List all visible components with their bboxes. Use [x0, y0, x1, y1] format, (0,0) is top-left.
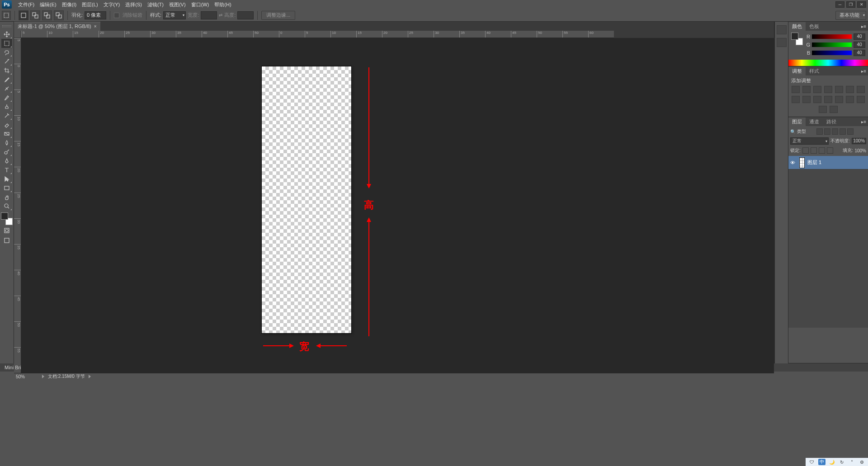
path-selection-tool[interactable]: [1, 174, 12, 184]
color-fgbg[interactable]: [791, 33, 803, 45]
rect-marquee-tool[interactable]: [1, 39, 12, 48]
adj-vibrance-icon[interactable]: [835, 86, 843, 93]
refine-edge-button[interactable]: 调整边缘...: [261, 11, 295, 20]
brush-tool[interactable]: [1, 93, 12, 102]
adj-invert-icon[interactable]: [835, 96, 843, 103]
clone-stamp-tool[interactable]: [1, 102, 12, 111]
layer-name[interactable]: 图层 1: [807, 159, 821, 166]
fg-swatch[interactable]: [791, 33, 798, 40]
document-tab[interactable]: 未标题-1 @ 50% (图层 1, RGB/8) ×: [14, 22, 100, 31]
menu-view[interactable]: 视图(V): [166, 0, 189, 9]
pen-tool[interactable]: [1, 156, 12, 165]
workspace-selector[interactable]: 基本功能: [835, 11, 866, 20]
filter-type-icon[interactable]: [832, 128, 838, 135]
selection-intersect-icon[interactable]: [54, 10, 64, 20]
move-tool[interactable]: [1, 30, 12, 39]
foreground-background-color[interactable]: [1, 212, 13, 225]
adj-colorbalance-icon[interactable]: [857, 86, 865, 93]
lock-position-icon[interactable]: [811, 147, 817, 154]
menu-window[interactable]: 窗口(W): [189, 0, 212, 9]
feather-input[interactable]: 0 像素: [85, 11, 106, 19]
tab-layers[interactable]: 图层: [788, 118, 806, 126]
panel-menu-icon[interactable]: ▸≡: [859, 119, 868, 124]
panel-menu-icon[interactable]: ▸≡: [859, 24, 868, 29]
menu-help[interactable]: 帮助(H): [212, 0, 234, 9]
horizontal-ruler[interactable]: 5101520253035404550051015202530354045505…: [21, 31, 614, 38]
dodge-tool[interactable]: [1, 147, 12, 156]
filter-adjust-icon[interactable]: [824, 128, 830, 135]
zoom-level[interactable]: 50%: [16, 374, 38, 379]
blend-mode-dropdown[interactable]: 正常: [790, 137, 829, 145]
adj-hue-icon[interactable]: [846, 86, 854, 93]
color-spectrum[interactable]: [788, 60, 868, 66]
tab-adjustments[interactable]: 调整: [788, 67, 806, 75]
hand-tool[interactable]: [1, 193, 12, 202]
close-tab-icon[interactable]: ×: [94, 24, 97, 29]
visibility-icon[interactable]: 👁: [790, 160, 797, 165]
style-dropdown[interactable]: 正常: [163, 11, 186, 19]
selection-add-icon[interactable]: [30, 10, 40, 20]
tool-preset-icon[interactable]: [2, 11, 11, 20]
adj-selectivecolor-icon[interactable]: [830, 106, 838, 113]
tray-shield-icon[interactable]: 🛡: [808, 459, 816, 465]
close-button[interactable]: ✕: [857, 1, 866, 8]
adj-bw-icon[interactable]: [792, 96, 800, 103]
quickmask-icon[interactable]: [1, 226, 12, 235]
properties-panel-icon[interactable]: [777, 38, 787, 47]
r-value[interactable]: 40: [854, 33, 865, 40]
eyedropper-tool[interactable]: [1, 75, 12, 84]
type-tool[interactable]: [1, 165, 12, 174]
eraser-tool[interactable]: [1, 120, 12, 129]
selection-subtract-icon[interactable]: [42, 10, 52, 20]
adj-photofilter-icon[interactable]: [802, 96, 811, 103]
tray-sync-icon[interactable]: ↻: [838, 459, 845, 465]
menu-filter[interactable]: 滤镜(T): [145, 0, 166, 9]
tray-chevron-icon[interactable]: ˄: [848, 459, 855, 465]
adj-posterize-icon[interactable]: [846, 96, 854, 103]
filter-search-icon[interactable]: 🔍: [790, 129, 796, 134]
menu-image[interactable]: 图像(I): [59, 0, 79, 9]
lock-pixels-icon[interactable]: [802, 147, 809, 154]
tab-channels[interactable]: 通道: [806, 118, 823, 126]
layer-item[interactable]: 👁 图层 1: [788, 156, 868, 169]
foreground-color-swatch[interactable]: [1, 212, 8, 220]
vertical-ruler[interactable]: 50510152025303540455055: [14, 38, 21, 373]
selection-new-icon[interactable]: [19, 10, 28, 20]
opacity-value[interactable]: 100%: [852, 138, 866, 144]
menu-file[interactable]: 文件(F): [15, 0, 37, 9]
adj-channelmixer-icon[interactable]: [813, 96, 821, 103]
tray-moon-icon[interactable]: 🌙: [828, 459, 835, 465]
status-arrow-icon[interactable]: [89, 375, 91, 378]
minimize-button[interactable]: ─: [835, 1, 844, 8]
rectangle-tool[interactable]: [1, 184, 12, 193]
filter-shape-icon[interactable]: [840, 128, 846, 135]
adj-threshold-icon[interactable]: [857, 96, 865, 103]
filter-smart-icon[interactable]: [847, 128, 854, 135]
b-value[interactable]: 40: [854, 50, 865, 56]
crop-tool[interactable]: [1, 66, 12, 75]
menu-type[interactable]: 文字(Y): [101, 0, 123, 9]
adj-curves-icon[interactable]: [813, 86, 821, 93]
tab-styles[interactable]: 样式: [806, 67, 823, 75]
fill-value[interactable]: 100%: [854, 148, 866, 153]
ime-indicator[interactable]: 中: [818, 459, 826, 465]
tray-gear-icon[interactable]: ⚙: [858, 459, 865, 465]
healing-brush-tool[interactable]: [1, 84, 12, 93]
lock-nested-icon[interactable]: [827, 147, 833, 154]
adj-colorlookup-icon[interactable]: [824, 96, 832, 103]
menu-select[interactable]: 选择(S): [123, 0, 145, 9]
filter-kind-dropdown[interactable]: 类型: [797, 128, 815, 135]
adj-exposure-icon[interactable]: [824, 86, 832, 93]
panel-grip[interactable]: [1, 24, 13, 28]
layer-thumbnail[interactable]: [799, 157, 805, 168]
b-slider[interactable]: [812, 51, 852, 55]
layer-list[interactable]: 👁 图层 1: [788, 156, 868, 328]
adj-brightness-icon[interactable]: [792, 86, 800, 93]
menu-layer[interactable]: 图层(L): [79, 0, 100, 9]
r-slider[interactable]: [812, 34, 852, 39]
lock-all-icon[interactable]: [819, 147, 825, 154]
gradient-tool[interactable]: [1, 129, 12, 138]
g-slider[interactable]: [812, 42, 852, 47]
history-panel-icon[interactable]: [777, 25, 787, 34]
canvas-viewport[interactable]: 高 宽: [21, 38, 774, 373]
